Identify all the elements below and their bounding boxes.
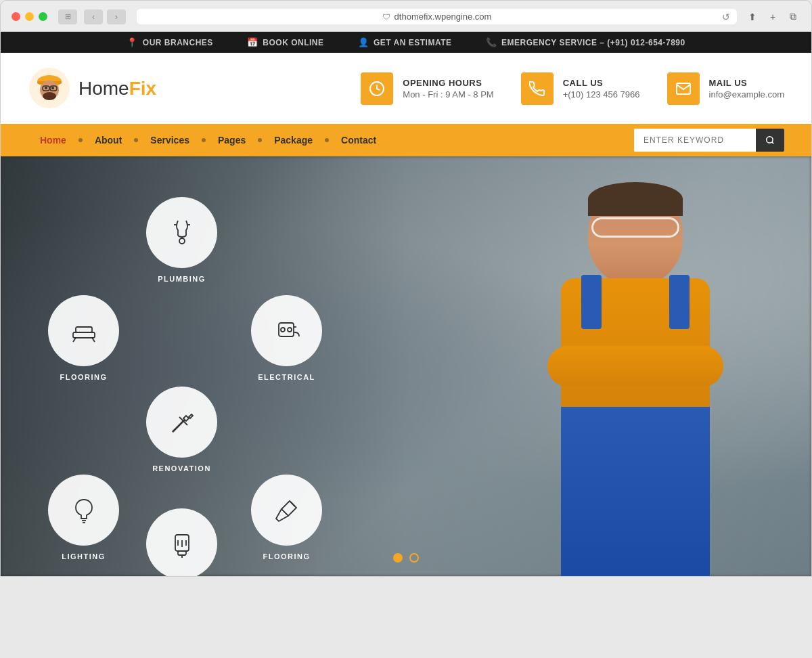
flooring-left-label: FLOORING — [60, 373, 107, 381]
topbar-branches[interactable]: 📍 OUR BRANCHES — [127, 37, 213, 47]
nav-pages-label: Pages — [218, 135, 246, 146]
service-electrical[interactable]: ELECTRICAL — [251, 295, 322, 381]
electrical-icon — [269, 313, 304, 349]
svg-point-21 — [281, 328, 285, 332]
back-button[interactable]: ‹ — [84, 9, 103, 24]
nav-package[interactable]: Package — [262, 124, 325, 156]
traffic-lights — [12, 12, 47, 21]
svg-rect-33 — [178, 551, 186, 555]
header-call: CALL US +(10) 123 456 7966 — [521, 72, 640, 105]
hours-label: OPENING HOURS — [403, 78, 493, 88]
flooring-right-circle — [251, 475, 322, 546]
refresh-icon[interactable]: ↺ — [722, 12, 730, 22]
nav-services-label: Services — [150, 135, 189, 146]
service-plumbing[interactable]: PLUMBING — [146, 197, 217, 283]
plumbing-icon — [164, 215, 200, 250]
search-input[interactable] — [634, 129, 756, 152]
nav-about[interactable]: About — [83, 124, 134, 156]
renovation-circle — [146, 387, 217, 458]
topbar-estimate[interactable]: 👤 GET AN ESTIMATE — [358, 37, 452, 47]
sidebar-button[interactable]: ⊞ — [58, 9, 77, 24]
svg-line-12 — [772, 142, 774, 144]
call-value: +(10) 123 456 7966 — [563, 89, 640, 100]
service-flooring-left[interactable]: FLOORING — [48, 295, 119, 381]
hero-section: PLUMBING FLOORING — [1, 156, 811, 576]
nav-home[interactable]: Home — [28, 124, 78, 156]
svg-rect-17 — [76, 327, 92, 332]
nav-about-label: About — [95, 135, 122, 146]
svg-line-31 — [291, 502, 295, 506]
logo-icon — [28, 66, 72, 110]
browser-window: ⊞ ‹ › 🛡 dthomefix.wpengine.com ↺ ⬆ + ⧉ — [0, 0, 812, 32]
slide-dot-2[interactable] — [409, 553, 419, 563]
topbar-book[interactable]: 📅 BOOK ONLINE — [247, 37, 324, 47]
search-button[interactable] — [756, 129, 784, 152]
topbar-book-label: BOOK ONLINE — [263, 38, 323, 47]
mail-icon — [675, 81, 692, 97]
nav-bar: Home About Services Pages Package Contac… — [1, 124, 811, 156]
topbar-emergency[interactable]: 📞 EMERGENCY SERVICE – (+91) 012-654-7890 — [486, 37, 685, 47]
nav-services[interactable]: Services — [138, 124, 202, 156]
url-text: dthomefix.wpengine.com — [394, 12, 492, 22]
svg-point-4 — [43, 92, 56, 100]
slide-dot-1[interactable] — [393, 553, 403, 563]
close-button[interactable] — [12, 12, 20, 21]
service-painting[interactable]: PAINTING — [146, 508, 217, 576]
flooring-left-circle — [48, 295, 119, 366]
security-icon: 🛡 — [382, 12, 390, 22]
nav-links: Home About Services Pages Package Contac… — [28, 124, 634, 156]
clock-icon — [369, 81, 385, 97]
mail-value: info@example.com — [709, 89, 784, 100]
nav-buttons: ‹ › — [84, 9, 126, 24]
person-icon: 👤 — [358, 37, 369, 47]
call-text: CALL US +(10) 123 456 7966 — [563, 78, 640, 100]
nav-separator-3 — [202, 138, 206, 142]
share-icon[interactable]: ⬆ — [745, 9, 760, 24]
topbar-branches-label: OUR BRANCHES — [143, 38, 213, 47]
clock-icon-box — [361, 72, 393, 105]
svg-point-5 — [45, 87, 47, 89]
windows-icon[interactable]: ⧉ — [786, 9, 800, 24]
services-layout: PLUMBING FLOORING — [41, 177, 393, 556]
svg-point-11 — [767, 137, 773, 143]
nav-pages[interactable]: Pages — [206, 124, 258, 156]
call-label: CALL US — [563, 78, 640, 88]
plumbing-circle — [146, 197, 217, 268]
calendar-icon: 📅 — [247, 37, 258, 47]
service-lighting[interactable]: LIGHTING — [48, 475, 119, 561]
svg-point-15 — [179, 238, 185, 244]
minimize-button[interactable] — [25, 12, 34, 21]
browser-actions: ⬆ + ⧉ — [745, 9, 800, 24]
topbar-emergency-label: EMERGENCY SERVICE – (+91) 012-654-7890 — [501, 38, 685, 47]
website: 📍 OUR BRANCHES 📅 BOOK ONLINE 👤 GET AN ES… — [0, 32, 812, 577]
painting-icon — [164, 527, 200, 562]
nav-home-label: Home — [40, 135, 66, 146]
topbar-estimate-label: GET AN ESTIMATE — [374, 38, 452, 47]
nav-package-label: Package — [274, 135, 313, 146]
nav-contact[interactable]: Contact — [329, 124, 388, 156]
forward-button[interactable]: › — [107, 9, 126, 24]
logo[interactable]: HomeFix — [28, 66, 156, 110]
search-icon — [765, 135, 775, 145]
site-header: HomeFix OPENING HOURS Mon - Fri : 9 AM -… — [1, 53, 811, 124]
service-flooring-right[interactable]: FLOORING — [251, 475, 322, 561]
phone-icon-box — [521, 72, 554, 105]
phone-call-icon — [529, 81, 545, 97]
painting-circle — [146, 508, 217, 576]
new-tab-icon[interactable]: + — [765, 9, 780, 24]
maximize-button[interactable] — [39, 12, 47, 21]
service-renovation[interactable]: RENOVATION — [146, 387, 217, 473]
lighting-icon — [66, 493, 102, 528]
svg-line-27 — [173, 426, 178, 432]
location-icon: 📍 — [127, 37, 138, 47]
flooring-right-label: FLOORING — [263, 552, 310, 561]
address-bar[interactable]: 🛡 dthomefix.wpengine.com ↺ — [137, 9, 737, 24]
svg-rect-16 — [73, 332, 95, 338]
nav-contact-label: Contact — [341, 135, 376, 146]
electrical-label: ELECTRICAL — [258, 373, 315, 381]
plumbing-label: PLUMBING — [158, 275, 206, 283]
hours-text: OPENING HOURS Mon - Fri : 9 AM - 8 PM — [403, 78, 493, 100]
top-bar: 📍 OUR BRANCHES 📅 BOOK ONLINE 👤 GET AN ES… — [1, 32, 811, 53]
phone-icon: 📞 — [486, 37, 497, 47]
lighting-circle — [48, 475, 119, 546]
